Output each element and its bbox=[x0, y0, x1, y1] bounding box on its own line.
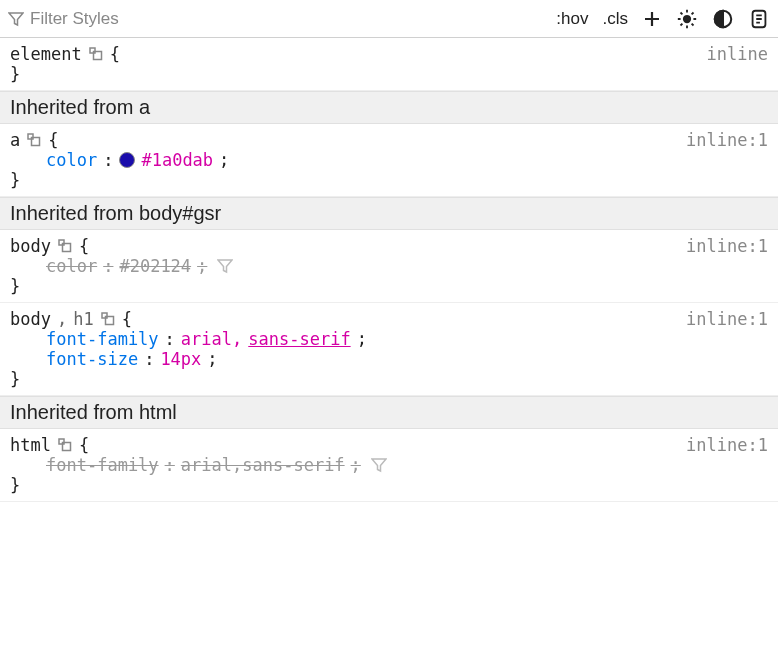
light-scheme-button[interactable] bbox=[676, 8, 698, 30]
rule-header: body, h1 { bbox=[10, 309, 768, 329]
hov-toggle[interactable]: :hov bbox=[556, 9, 588, 29]
print-simulation-button[interactable] bbox=[748, 8, 770, 30]
rule-header: html { bbox=[10, 435, 768, 455]
dark-scheme-button[interactable] bbox=[712, 8, 734, 30]
filter-wrap bbox=[8, 9, 550, 29]
rules-list: inline element { } Inherited from a inli… bbox=[0, 38, 778, 502]
close-brace: } bbox=[10, 475, 768, 495]
rule-source[interactable]: inline:1 bbox=[686, 236, 768, 256]
color-swatch[interactable] bbox=[119, 152, 135, 168]
cls-toggle[interactable]: .cls bbox=[603, 9, 629, 29]
rule-header: body { bbox=[10, 236, 768, 256]
rule: inline:1 body, h1 { font-family: arial,s… bbox=[0, 303, 778, 396]
rule: inline element { } bbox=[0, 38, 778, 91]
inherited-header[interactable]: Inherited from a bbox=[0, 91, 778, 124]
styles-toolbar: :hov .cls bbox=[0, 0, 778, 38]
funnel-icon[interactable] bbox=[217, 258, 233, 274]
property[interactable]: color bbox=[46, 150, 97, 170]
svg-point-0 bbox=[683, 14, 691, 22]
property[interactable]: font-family bbox=[46, 329, 159, 349]
declaration[interactable]: color: #1a0dab; bbox=[10, 150, 768, 170]
value[interactable]: 14px bbox=[160, 349, 201, 369]
selector[interactable]: a bbox=[10, 130, 20, 150]
inspect-icon bbox=[57, 238, 73, 254]
declaration[interactable]: font-family: arial,sans-serif; bbox=[10, 455, 768, 475]
value-part[interactable]: sans-serif bbox=[248, 329, 350, 349]
rule-source[interactable]: inline:1 bbox=[686, 130, 768, 150]
toolbar-right: :hov .cls bbox=[556, 8, 770, 30]
value-part[interactable]: arial, bbox=[181, 329, 242, 349]
declaration[interactable]: color: #202124; bbox=[10, 256, 768, 276]
rule-source[interactable]: inline bbox=[707, 44, 768, 64]
property[interactable]: font-size bbox=[46, 349, 138, 369]
selector[interactable]: element bbox=[10, 44, 82, 64]
declaration[interactable]: font-size: 14px; bbox=[10, 349, 768, 369]
rule: inline:1 html { font-family: arial,sans-… bbox=[0, 429, 778, 502]
funnel-icon[interactable] bbox=[371, 457, 387, 473]
close-brace: } bbox=[10, 276, 768, 296]
close-brace: } bbox=[10, 64, 768, 84]
add-rule-button[interactable] bbox=[642, 9, 662, 29]
rule: inline:1 body { color: #202124; } bbox=[0, 230, 778, 303]
rule-source[interactable]: inline:1 bbox=[686, 309, 768, 329]
value[interactable]: #202124 bbox=[119, 256, 191, 276]
selector[interactable]: h1 bbox=[73, 309, 93, 329]
inherited-header[interactable]: Inherited from body#gsr bbox=[0, 197, 778, 230]
rule-header: a { bbox=[10, 130, 768, 150]
selector[interactable]: html bbox=[10, 435, 51, 455]
selector[interactable]: body bbox=[10, 236, 51, 256]
close-brace: } bbox=[10, 170, 768, 190]
rule-header: element { bbox=[10, 44, 768, 64]
property[interactable]: font-family bbox=[46, 455, 159, 475]
inspect-icon bbox=[26, 132, 42, 148]
close-brace: } bbox=[10, 369, 768, 389]
rule-source[interactable]: inline:1 bbox=[686, 435, 768, 455]
inspect-icon bbox=[100, 311, 116, 327]
inherited-header[interactable]: Inherited from html bbox=[0, 396, 778, 429]
declaration[interactable]: font-family: arial,sans-serif; bbox=[10, 329, 768, 349]
value[interactable]: arial,sans-serif bbox=[181, 455, 345, 475]
value[interactable]: #1a0dab bbox=[141, 150, 213, 170]
property[interactable]: color bbox=[46, 256, 97, 276]
selector[interactable]: body bbox=[10, 309, 51, 329]
funnel-icon bbox=[8, 11, 24, 27]
filter-styles-input[interactable] bbox=[30, 9, 230, 29]
inspect-icon bbox=[57, 437, 73, 453]
rule: inline:1 a { color: #1a0dab; } bbox=[0, 124, 778, 197]
inspect-icon bbox=[88, 46, 104, 62]
